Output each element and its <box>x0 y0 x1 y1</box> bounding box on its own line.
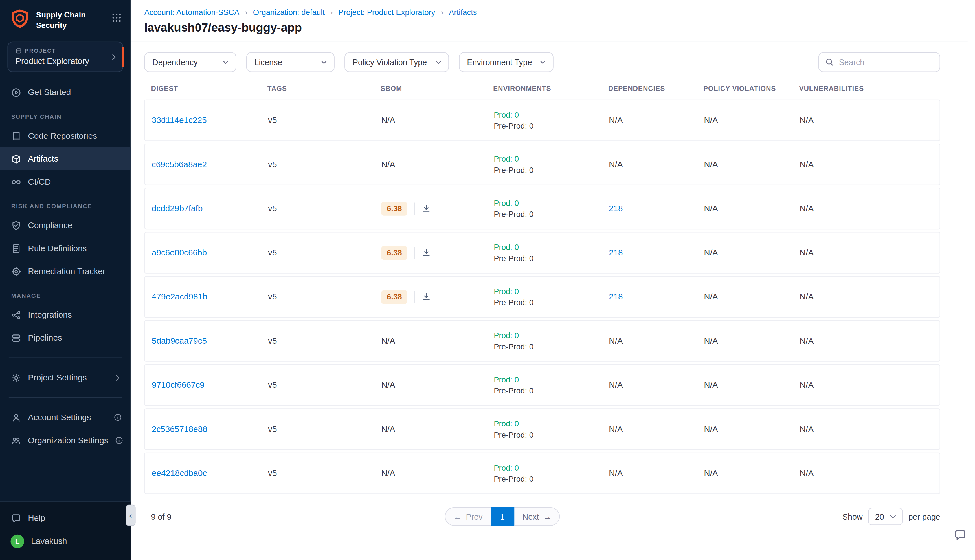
module-switcher-grid-icon[interactable] <box>112 8 122 26</box>
digest-cell: 9710cf6667c9 <box>152 380 268 390</box>
digest-cell: 33d114e1c225 <box>152 116 268 125</box>
next-label: Next <box>523 512 539 521</box>
sidebar-collapse-handle[interactable]: ‹ <box>125 505 135 526</box>
breadcrumb-link-account-automation-ssca[interactable]: Account: Automation-SSCA <box>144 8 239 17</box>
filter-dropdown-environment-type[interactable]: Environment Type <box>459 52 554 72</box>
table-row: 479e2acd981b v5 6.38 Prod: 0 Pre-Prod: 0… <box>144 276 940 318</box>
policy-violations-cell: N/A <box>704 468 800 478</box>
tag-cell: v5 <box>268 160 381 169</box>
vulnerabilities-cell: N/A <box>800 468 935 478</box>
repo-icon <box>10 130 21 141</box>
sbom-na: N/A <box>381 336 395 345</box>
sidebar-item-organization-settings[interactable]: Organization Settings <box>0 429 130 452</box>
table-row: a9c6e00c66bb v5 6.38 Prod: 0 Pre-Prod: 0… <box>144 232 940 273</box>
digest-link[interactable]: a9c6e00c66bb <box>152 248 207 257</box>
filter-dropdown-label: Environment Type <box>467 58 532 67</box>
sidebar-item-code-repositories[interactable]: Code Repositories <box>0 124 130 147</box>
sidebar-item-compliance[interactable]: Compliance <box>0 214 130 237</box>
sidebar: Supply Chain Security PROJECT Product Ex… <box>0 0 130 560</box>
per-page-select[interactable]: 20 <box>868 508 903 525</box>
sidebar-item-pipelines[interactable]: Pipelines <box>0 326 130 349</box>
dependencies-cell: N/A <box>609 336 704 345</box>
sidebar-item-project-settings[interactable]: Project Settings <box>0 366 130 389</box>
filter-dropdown-license[interactable]: License <box>246 52 335 72</box>
app-title-line1: Supply Chain <box>36 10 86 20</box>
user-menu[interactable]: L Lavakush <box>0 530 130 553</box>
filter-dropdown-dependency[interactable]: Dependency <box>144 52 236 72</box>
info-icon <box>114 413 122 422</box>
sidebar-item-label: Help <box>28 513 45 523</box>
search-icon <box>825 58 834 67</box>
column-header-vulnerabilities: VULNERABILITIES <box>799 85 935 92</box>
dependencies-link[interactable]: 218 <box>609 248 623 257</box>
sidebar-item-label: Get Started <box>28 88 71 97</box>
filter-dropdown-policy-violation-type[interactable]: Policy Violation Type <box>344 52 449 72</box>
prod-count: Prod: 0 <box>494 331 609 340</box>
download-sbom-icon[interactable] <box>422 292 431 302</box>
prod-count: Prod: 0 <box>494 463 609 472</box>
sidebar-item-ci-cd[interactable]: CI/CD <box>0 170 130 193</box>
breadcrumb-link-organization-default[interactable]: Organization: default <box>253 8 325 17</box>
next-page-button[interactable]: Next → <box>514 507 560 526</box>
digest-link[interactable]: dcdd29b7fafb <box>152 204 202 213</box>
vulnerabilities-cell: N/A <box>800 380 935 390</box>
chevron-right-icon <box>109 52 118 61</box>
breadcrumb-link-artifacts[interactable]: Artifacts <box>449 8 477 17</box>
policy-violations-cell: N/A <box>704 292 800 302</box>
column-header-policy-violations: POLICY VIOLATIONS <box>703 85 799 92</box>
breadcrumb-link-project-product-exploratory[interactable]: Project: Product Exploratory <box>339 8 435 17</box>
sidebar-item-label: Account Settings <box>28 413 91 422</box>
preprod-count: Pre-Prod: 0 <box>494 298 609 307</box>
dependencies-link[interactable]: 218 <box>609 292 623 302</box>
digest-link[interactable]: 2c5365718e88 <box>152 424 207 434</box>
digest-link[interactable]: 479e2acd981b <box>152 292 207 302</box>
dependencies-cell: 218 <box>609 248 704 257</box>
current-page-button[interactable]: 1 <box>491 507 514 526</box>
content-area: DependencyLicensePolicy Violation TypeEn… <box>130 42 968 560</box>
download-sbom-icon[interactable] <box>422 248 431 257</box>
dependencies-cell: N/A <box>609 468 704 478</box>
preprod-count: Pre-Prod: 0 <box>494 475 609 483</box>
download-sbom-icon[interactable] <box>422 204 431 213</box>
breadcrumb: Account: Automation-SSCA›Organization: d… <box>144 8 952 17</box>
digest-link[interactable]: 9710cf6667c9 <box>152 380 205 390</box>
sidebar-item-help[interactable]: Help <box>0 507 130 530</box>
table-row: 9710cf6667c9 v5 N/A Prod: 0 Pre-Prod: 0 … <box>144 364 940 406</box>
search-box[interactable] <box>818 52 940 72</box>
sidebar-item-label: Compliance <box>28 220 72 230</box>
digest-link[interactable]: 33d114e1c225 <box>152 116 207 125</box>
sbom-divider <box>414 202 415 215</box>
sbom-na: N/A <box>381 160 395 169</box>
search-input[interactable] <box>839 58 933 67</box>
sbom-divider <box>414 247 415 259</box>
digest-cell: 5dab9caa79c5 <box>152 336 268 345</box>
environments-cell: Prod: 0 Pre-Prod: 0 <box>494 375 609 395</box>
sidebar-item-remediation-tracker[interactable]: Remediation Tracker <box>0 260 130 283</box>
project-selector[interactable]: PROJECT Product Exploratory <box>7 42 123 72</box>
dependencies-link[interactable]: 218 <box>609 204 623 213</box>
row-count: 9 of 9 <box>144 512 171 521</box>
cube-icon <box>10 153 21 164</box>
vulnerabilities-cell: N/A <box>800 204 935 213</box>
sidebar-item-rule-definitions[interactable]: Rule Definitions <box>0 237 130 260</box>
sidebar-nav: Get StartedSUPPLY CHAINCode Repositories… <box>0 75 130 501</box>
digest-link[interactable]: c69c5b6a8ae2 <box>152 160 207 169</box>
user-name: Lavakush <box>31 536 67 546</box>
table-row: 5dab9caa79c5 v5 N/A Prod: 0 Pre-Prod: 0 … <box>144 320 940 362</box>
digest-link[interactable]: ee4218cdba0c <box>152 468 207 478</box>
preprod-count: Pre-Prod: 0 <box>494 210 609 218</box>
sidebar-item-get-started[interactable]: Get Started <box>0 81 130 104</box>
filter-dropdowns: DependencyLicensePolicy Violation TypeEn… <box>144 52 553 72</box>
support-chat-icon[interactable] <box>954 529 966 544</box>
sidebar-item-integrations[interactable]: Integrations <box>0 303 130 327</box>
digest-link[interactable]: 5dab9caa79c5 <box>152 336 207 345</box>
sidebar-item-artifacts[interactable]: Artifacts <box>0 147 130 170</box>
pipelines-icon <box>10 332 21 343</box>
sidebar-item-label: Remediation Tracker <box>28 267 105 276</box>
chevron-down-icon <box>888 512 897 521</box>
policy-violations-cell: N/A <box>704 204 800 213</box>
sidebar-item-account-settings[interactable]: Account Settings <box>0 406 130 429</box>
sbom-cell: 6.38 <box>381 246 494 259</box>
prev-page-button[interactable]: ← Prev <box>445 507 491 526</box>
vulnerabilities-cell: N/A <box>800 116 935 125</box>
